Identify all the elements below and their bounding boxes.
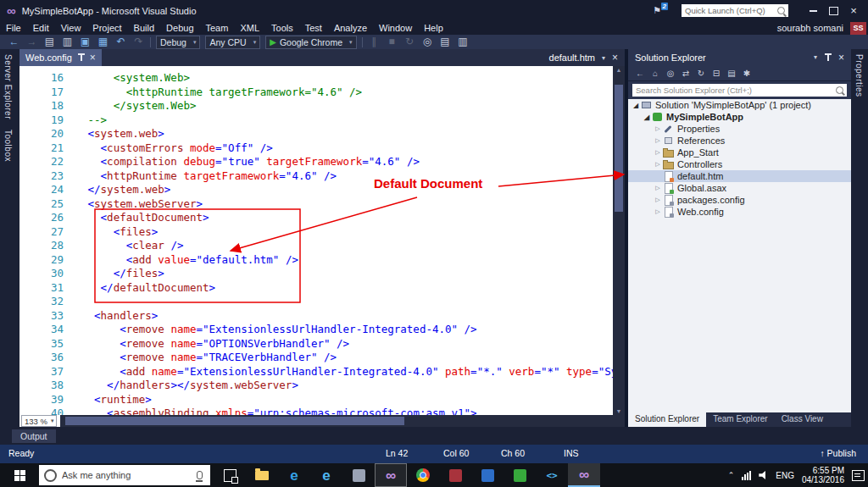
tray-chevron-up-icon[interactable]: ⌃ <box>728 471 735 479</box>
redo-icon[interactable]: ↷ <box>130 35 147 49</box>
menu-file[interactable]: File <box>0 23 27 33</box>
expander-collapsed-icon[interactable]: ▷ <box>654 125 662 132</box>
scope-icon[interactable]: ◎ <box>664 69 677 78</box>
expander-collapsed-icon[interactable]: ▷ <box>654 208 662 215</box>
find-icon[interactable]: ◎ <box>419 35 437 49</box>
taskbar-red-app[interactable] <box>439 463 471 487</box>
taskbar-gray-app[interactable] <box>342 463 375 487</box>
tree-item-references[interactable]: ▷References <box>628 135 851 147</box>
comment-icon[interactable]: ▤ <box>437 35 454 49</box>
code-editor[interactable]: 16 <system.Web>17 <httpRuntime targetFra… <box>19 66 613 415</box>
sidebar-tab-server-explorer[interactable]: Server Explorer <box>0 49 16 125</box>
taskbar-google-chrome[interactable] <box>407 463 439 487</box>
tree-item-mysimplebotapp[interactable]: ◢MySimpleBotApp <box>628 111 851 123</box>
expander-collapsed-icon[interactable]: ▷ <box>654 196 662 203</box>
scroll-up-icon[interactable]: ▲ <box>613 67 625 73</box>
code-line-35[interactable]: 35 <remove name="OPTIONSVerbHandler" /> <box>19 337 613 351</box>
microphone-icon[interactable] <box>197 471 203 479</box>
sync-with-active-document-icon[interactable]: ⇄ <box>679 69 693 78</box>
minimize-button[interactable] <box>804 3 822 19</box>
properties-icon[interactable]: ✱ <box>740 69 754 78</box>
code-line-36[interactable]: 36 <remove name="TRACEVerbHandler" /> <box>19 351 613 365</box>
menu-help[interactable]: Help <box>418 23 449 33</box>
expander-expanded-icon[interactable]: ◢ <box>643 113 651 121</box>
expander-collapsed-icon[interactable]: ▷ <box>654 161 662 168</box>
search-input[interactable]: Search Solution Explorer (Ctrl+;) <box>632 84 847 97</box>
code-line-21[interactable]: 21 <customErrors mode="Off" /> <box>19 141 613 156</box>
code-line-32[interactable]: 32 <box>19 295 613 309</box>
code-line-26[interactable]: 26 <defaultDocument> <box>19 211 613 225</box>
code-line-29[interactable]: 29 <add value="default.htm" /> <box>19 253 613 268</box>
tree-item-default-htm[interactable]: default.htm <box>628 170 851 182</box>
menu-analyze[interactable]: Analyze <box>328 23 373 33</box>
code-line-37[interactable]: 37 <add name="ExtensionlessUrlHandler-In… <box>19 365 613 379</box>
code-line-30[interactable]: 30 </files> <box>19 267 613 281</box>
quick-launch-input[interactable]: Quick Launch (Ctrl+Q) <box>682 4 788 17</box>
action-center-icon[interactable] <box>852 470 865 481</box>
code-line-39[interactable]: 39 <runtime> <box>19 393 613 407</box>
taskbar-code-app[interactable]: <> <box>536 463 568 487</box>
tree-item-packages-config[interactable]: ▷packages.config <box>628 194 851 206</box>
tree-item-properties[interactable]: ▷Properties <box>628 123 851 135</box>
scroll-down-icon[interactable]: ▼ <box>613 408 625 414</box>
maximize-button[interactable] <box>824 3 843 19</box>
tree-item-web-config[interactable]: ▷Web.config <box>628 206 851 218</box>
start-button[interactable] <box>0 463 39 487</box>
expander-collapsed-icon[interactable]: ▷ <box>654 149 662 156</box>
menu-edit[interactable]: Edit <box>27 23 55 33</box>
scrollbar-thumb[interactable] <box>615 85 623 212</box>
cortana-search-input[interactable]: Ask me anything <box>39 465 210 485</box>
menu-build[interactable]: Build <box>128 23 160 33</box>
solution-configurations-dropdown[interactable]: Debug▾ <box>156 36 200 49</box>
code-line-33[interactable]: 33 <handlers> <box>19 309 613 324</box>
scrollbar-thumb[interactable] <box>65 417 404 425</box>
chevron-down-icon[interactable]: ▾ <box>602 54 605 62</box>
save-all-icon[interactable]: ▦ <box>94 35 112 49</box>
taskbar-visual-studio[interactable]: ∞ <box>568 463 600 487</box>
code-line-23[interactable]: 23 <httpRuntime targetFramework="4.6" /> <box>19 169 613 184</box>
code-line-31[interactable]: 31 </defaultDocument> <box>19 281 613 296</box>
publish-button[interactable]: ↑ Publish <box>820 448 856 458</box>
restart-icon[interactable]: ↻ <box>401 35 419 49</box>
solution-platforms-dropdown[interactable]: Any CPU▾ <box>205 36 260 49</box>
show-all-files-icon[interactable]: ▤ <box>725 69 738 78</box>
taskbar-task-view[interactable] <box>214 463 246 487</box>
expander-collapsed-icon[interactable]: ▷ <box>654 137 662 144</box>
user-avatar[interactable]: SS <box>850 22 866 35</box>
taskbar-blue-app[interactable] <box>471 463 504 487</box>
language-indicator[interactable]: ENG <box>776 471 794 480</box>
editor-horizontal-scrollbar[interactable] <box>60 415 625 427</box>
preview-tab-default-htm[interactable]: default.htm <box>549 53 595 63</box>
signed-in-user[interactable]: sourabh somani <box>777 23 843 33</box>
panel-tab-team-explorer[interactable]: Team Explorer <box>706 412 774 427</box>
close-icon[interactable]: × <box>90 53 96 63</box>
code-line-22[interactable]: 22 <compilation debug="true" targetFrame… <box>19 155 613 169</box>
code-line-18[interactable]: 18 </system.Web> <box>19 99 613 113</box>
new-file-icon[interactable]: ▤ <box>41 35 58 49</box>
network-icon[interactable] <box>742 471 751 480</box>
close-button[interactable]: × <box>844 3 863 19</box>
code-line-38[interactable]: 38 </handlers></system.webServer> <box>19 379 613 393</box>
undo-icon[interactable]: ↶ <box>112 35 130 49</box>
uncomment-icon[interactable]: ▥ <box>454 35 472 49</box>
tree-item-global-asax[interactable]: ▷Global.asax <box>628 182 851 194</box>
home-icon[interactable]: ⌂ <box>648 69 662 78</box>
close-icon[interactable]: × <box>612 53 618 63</box>
stop-icon[interactable]: ■ <box>383 35 401 49</box>
notifications-flag-icon[interactable]: ⚑2 <box>653 5 661 16</box>
zoom-level-dropdown[interactable]: 133 %▾ <box>21 415 57 427</box>
menu-team[interactable]: Team <box>200 23 235 33</box>
panel-tab-solution-explorer[interactable]: Solution Explorer <box>628 412 706 427</box>
open-file-icon[interactable]: ▥ <box>58 35 76 49</box>
tree-item-app-start[interactable]: ▷App_Start <box>628 147 851 158</box>
volume-icon[interactable] <box>759 471 768 479</box>
editor-vertical-scrollbar[interactable]: ▲ ▼ <box>613 66 625 415</box>
nav-forward-icon[interactable]: → <box>23 35 41 49</box>
save-icon[interactable]: ▣ <box>76 35 94 49</box>
collapse-all-icon[interactable]: ⊟ <box>709 69 723 78</box>
clock[interactable]: 6:55 PM 04/13/2016 <box>802 466 844 484</box>
code-line-28[interactable]: 28 <clear /> <box>19 239 613 253</box>
nav-back-icon[interactable]: ← <box>5 35 23 49</box>
back-icon[interactable]: ← <box>633 69 647 78</box>
tree-item-solution-mysimplebotapp-1-project-[interactable]: ◢Solution 'MySimpleBotApp' (1 project) <box>628 99 851 111</box>
